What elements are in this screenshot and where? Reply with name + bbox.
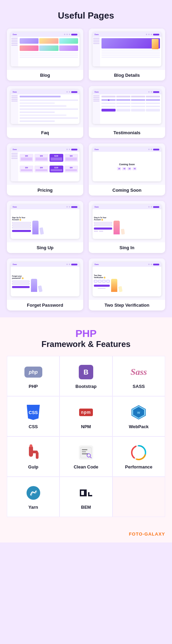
watermark-text: FOTO-GALAXY bbox=[129, 531, 165, 537]
performance-icon bbox=[130, 444, 148, 462]
php-icon: php bbox=[24, 363, 42, 381]
blog-preview: Daes bbox=[7, 29, 83, 70]
pricing-label: Pricing bbox=[7, 185, 83, 196]
npm-icon: npm bbox=[77, 403, 95, 421]
bem-icon bbox=[77, 484, 95, 502]
webpack-icon: W bbox=[130, 403, 148, 421]
testimonials-preview: Daes bbox=[89, 86, 165, 127]
coming-soon-mockup: Daes Coming Soon 26 48 30 45 bbox=[93, 147, 161, 181]
pricing-preview: Daes bbox=[7, 144, 83, 185]
timer-box-1: 26 bbox=[117, 167, 121, 170]
svg-point-17 bbox=[134, 448, 143, 457]
coming-soon-text: Coming Soon bbox=[119, 163, 135, 166]
bootstrap-icon: B bbox=[77, 363, 95, 381]
svg-text:W: W bbox=[137, 411, 140, 414]
page-card-signup[interactable]: Daes Sign Up To Your Account 🖐 bbox=[7, 201, 83, 253]
npm-label: NPM bbox=[81, 424, 91, 429]
svg-rect-9 bbox=[82, 451, 86, 452]
page-card-forget-password[interactable]: Daes Forgot your password? 🖐 bbox=[7, 258, 83, 310]
page-card-faq[interactable]: Daes bbox=[7, 86, 83, 138]
tech-grid: php PHP B Bootstrap Sass SASS CSS CSS bbox=[7, 356, 165, 517]
signin-mockup: Daes Sing In To Your Account 🖐 bbox=[93, 204, 161, 239]
css-label: CSS bbox=[29, 424, 38, 429]
blog-details-label: Blog Details bbox=[89, 70, 165, 81]
tech-cell-bem[interactable]: BEM bbox=[60, 477, 112, 517]
page-card-two-step[interactable]: Daes Two Step Verification 🖐 bbox=[89, 258, 165, 310]
faq-label: Faq bbox=[7, 127, 83, 138]
framework-subtitle: Framework & Features bbox=[7, 339, 165, 349]
blog-mockup: Daes bbox=[11, 32, 79, 66]
page-card-pricing[interactable]: Daes bbox=[7, 144, 83, 196]
php-label: PHP bbox=[29, 384, 38, 389]
page-card-coming-soon[interactable]: Daes Coming Soon 26 48 30 45 bbox=[89, 144, 165, 196]
php-highlight: PHP bbox=[75, 328, 97, 339]
tech-cell-webpack[interactable]: W WebPack bbox=[112, 396, 165, 436]
svg-rect-8 bbox=[82, 449, 87, 450]
tech-cell-empty bbox=[112, 477, 165, 517]
performance-label: Performance bbox=[125, 464, 152, 469]
cleancode-icon bbox=[77, 444, 95, 462]
timer-box-2: 48 bbox=[122, 167, 126, 170]
gulp-label: Gulp bbox=[28, 464, 39, 469]
forget-password-preview: Daes Forgot your password? 🖐 bbox=[7, 258, 83, 300]
forget-password-label: Forget Password bbox=[7, 300, 83, 310]
blog-label: Blog bbox=[7, 70, 83, 81]
signin-preview: Daes Sing In To Your Account 🖐 bbox=[89, 201, 165, 242]
pricing-mockup: Daes bbox=[11, 147, 79, 181]
tech-cell-css[interactable]: CSS CSS bbox=[7, 396, 60, 436]
css-icon: CSS bbox=[24, 403, 42, 421]
svg-rect-10 bbox=[82, 453, 88, 454]
tech-cell-performance[interactable]: Performance bbox=[112, 436, 165, 477]
page-card-blog[interactable]: Daes bbox=[7, 29, 83, 81]
svg-point-6 bbox=[30, 444, 32, 447]
gulp-icon bbox=[24, 444, 42, 462]
signup-mockup: Daes Sign Up To Your Account 🖐 bbox=[11, 204, 79, 239]
tech-cell-cleancode[interactable]: Clean Code bbox=[60, 436, 112, 477]
tech-cell-php[interactable]: php PHP bbox=[7, 356, 60, 396]
page-card-signin[interactable]: Daes Sing In To Your Account 🖐 bbox=[89, 201, 165, 253]
tech-cell-gulp[interactable]: Gulp bbox=[7, 436, 60, 477]
bootstrap-label: Bootstrap bbox=[75, 384, 96, 389]
signup-label: Sing Up bbox=[7, 242, 83, 253]
blog-details-mockup: Daes bbox=[93, 32, 161, 66]
svg-rect-5 bbox=[36, 452, 39, 459]
faq-mockup: Daes bbox=[11, 89, 79, 124]
useful-pages-title: Useful Pages bbox=[7, 10, 165, 21]
coming-soon-preview: Daes Coming Soon 26 48 30 45 bbox=[89, 144, 165, 185]
signup-preview: Daes Sign Up To Your Account 🖐 bbox=[7, 201, 83, 242]
sass-icon: Sass bbox=[130, 363, 148, 381]
page-card-testimonials[interactable]: Daes bbox=[89, 86, 165, 138]
framework-section: PHP Framework & Features php PHP B Boots… bbox=[0, 317, 172, 527]
tech-cell-sass[interactable]: Sass SASS bbox=[112, 356, 165, 396]
coming-soon-label: Coming Soon bbox=[89, 185, 165, 196]
svg-rect-23 bbox=[88, 492, 89, 495]
yarn-label: Yarn bbox=[29, 505, 38, 510]
sass-label: SASS bbox=[133, 384, 145, 389]
bem-label: BEM bbox=[81, 505, 91, 510]
watermark-section: FOTO-GALAXY bbox=[0, 527, 172, 542]
tech-cell-npm[interactable]: npm NPM bbox=[60, 396, 112, 436]
pages-grid: Daes bbox=[7, 29, 165, 310]
timer-box-4: 45 bbox=[132, 167, 137, 170]
faq-preview: Daes bbox=[7, 86, 83, 127]
page-card-blog-details[interactable]: Daes bbox=[89, 29, 165, 81]
blog-details-preview: Daes bbox=[89, 29, 165, 70]
signin-label: Sing In bbox=[89, 242, 165, 253]
yarn-icon bbox=[24, 484, 42, 502]
cleancode-label: Clean Code bbox=[74, 464, 98, 469]
forget-password-mockup: Daes Forgot your password? 🖐 bbox=[11, 262, 79, 296]
useful-pages-section: Useful Pages Daes bbox=[0, 0, 172, 317]
svg-rect-21 bbox=[81, 491, 84, 495]
two-step-mockup: Daes Two Step Verification 🖐 bbox=[93, 262, 161, 296]
two-step-label: Two Step Verification bbox=[89, 300, 165, 310]
testimonials-label: Testimonials bbox=[89, 127, 165, 138]
tech-cell-bootstrap[interactable]: B Bootstrap bbox=[60, 356, 112, 396]
webpack-label: WebPack bbox=[129, 424, 149, 429]
framework-title-block: PHP Framework & Features bbox=[7, 328, 165, 349]
two-step-preview: Daes Two Step Verification 🖐 bbox=[89, 258, 165, 300]
svg-rect-22 bbox=[88, 495, 92, 496]
timer-box-3: 30 bbox=[127, 167, 131, 170]
testimonials-mockup: Daes bbox=[93, 89, 161, 124]
tech-cell-yarn[interactable]: Yarn bbox=[7, 477, 60, 517]
